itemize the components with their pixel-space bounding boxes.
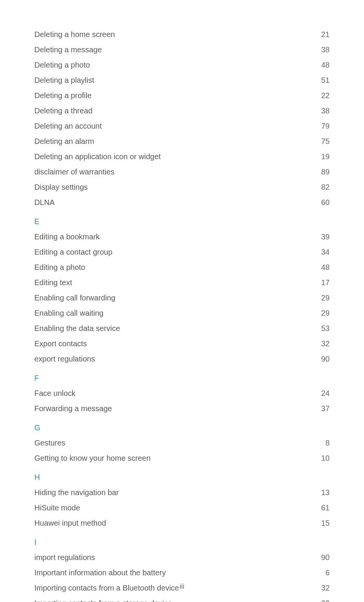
index-entry-label: Display settings [34,181,88,193]
index-entry-page: 8 [314,437,330,449]
index-content: Deleting a home screen21Deleting a messa… [34,29,330,602]
index-entry-page: 15 [314,517,330,529]
index-entry[interactable]: disclaimer of warranties89 [34,166,330,178]
index-entry[interactable]: Getting to know your home screen10 [34,452,330,464]
index-entry-page: 90 [314,353,330,365]
index-entry-label: Deleting a thread [34,105,92,116]
index-entry-label: Editing a contact group [34,246,113,258]
index-entry[interactable]: Editing a bookmark39 [34,231,330,242]
index-entry[interactable]: Forwarding a message37 [34,403,330,414]
index-entry[interactable]: Editing text17 [34,277,330,288]
section-letter: E [34,216,330,227]
index-entry-label: Export contacts [34,338,87,349]
index-entry[interactable]: Face unlock24 [34,387,330,399]
index-entry[interactable]: Deleting a message38 [34,44,330,55]
section-letter: F [34,372,330,384]
index-entry-page: 82 [314,181,330,193]
index-entry-label: Hiding the navigation bar [34,487,119,498]
index-entry[interactable]: Deleting a thread38 [34,105,330,116]
index-entry[interactable]: Display settings82 [34,181,330,193]
index-entry-page: 6 [314,567,330,578]
index-entry-page: 32 [314,597,330,602]
index-entry-page: 53 [314,323,330,334]
index-entry[interactable]: Editing a contact group34 [34,246,330,258]
index-entry[interactable]: Deleting a photo48 [34,59,330,71]
section-letter: H [34,471,330,483]
index-entry-label: Deleting a profile [34,90,92,101]
index-entry[interactable]: Export contacts32 [34,338,330,349]
index-entry-page: 22 [314,90,330,101]
index-entry[interactable]: Enabling the data service53 [34,323,330,334]
index-entry[interactable]: Importing contacts from a storage device… [34,597,330,602]
index-entry-page: 89 [314,166,330,178]
index-entry[interactable]: Editing a photo48 [34,261,330,273]
index-entry-page: 60 [314,197,330,208]
index-entry[interactable]: Enabling call forwarding29 [34,292,330,303]
page-number: iii [0,583,364,591]
index-entry-label: Editing a photo [34,261,85,273]
section-letter: I [34,536,330,548]
index-entry-label: Face unlock [34,387,76,399]
index-entry-page: 90 [314,552,330,563]
index-entry-page: 32 [314,338,330,349]
index-entry-page: 79 [314,120,330,132]
index-entry-label: Enabling call waiting [34,307,103,319]
index-entry-label: Huawei input method [34,517,106,529]
index-entry-page: 51 [314,74,330,86]
index-entry-label: Deleting an application icon or widget [34,151,161,162]
index-entry-page: 39 [314,231,330,242]
index-entry-page: 29 [314,292,330,303]
index-entry[interactable]: Huawei input method15 [34,517,330,529]
index-entry-page: 37 [314,403,330,414]
index-entry-label: Important information about the battery [34,567,166,578]
index-entry-label: export regulations [34,353,95,365]
index-entry-page: 61 [314,502,330,513]
index-entry[interactable]: Deleting a home screen21 [34,29,330,40]
index-entry-label: Deleting an account [34,120,102,132]
index-entry-label: Deleting a home screen [34,29,115,40]
index-entry[interactable]: HiSuite mode61 [34,502,330,513]
index-entry-page: 48 [314,261,330,273]
index-entry-label: Gestures [34,437,65,449]
index-entry-label: Editing text [34,277,72,288]
index-entry-page: 38 [314,105,330,116]
index-entry-label: Deleting an alarm [34,136,94,147]
index-entry-label: Forwarding a message [34,403,112,414]
index-entry-label: Enabling call forwarding [34,292,115,303]
section-letter: G [34,422,330,433]
index-entry-page: 10 [314,452,330,464]
index-entry-page: 29 [314,307,330,319]
index-entry-label: DLNA [34,197,55,208]
index-entry-page: 17 [314,277,330,288]
index-entry[interactable]: export regulations90 [34,353,330,365]
index-entry-page: 19 [314,151,330,162]
index-entry[interactable]: Hiding the navigation bar13 [34,487,330,498]
index-entry[interactable]: Deleting an account79 [34,120,330,132]
index-entry[interactable]: Gestures8 [34,437,330,449]
index-entry-label: HiSuite mode [34,502,80,513]
index-entry-label: Enabling the data service [34,323,120,334]
index-entry[interactable]: DLNA60 [34,197,330,208]
index-entry-page: 48 [314,59,330,71]
index-entry[interactable]: Deleting a playlist51 [34,74,330,86]
index-entry-label: import regulations [34,552,95,563]
index-entry-page: 75 [314,136,330,147]
index-entry-page: 13 [314,487,330,498]
index-entry-page: 21 [314,29,330,40]
index-entry-page: 38 [314,44,330,55]
index-entry[interactable]: Deleting a profile22 [34,90,330,101]
index-entry-page: 24 [314,387,330,399]
index-entry[interactable]: import regulations90 [34,552,330,563]
index-entry-label: Deleting a message [34,44,102,55]
index-entry-label: Getting to know your home screen [34,452,151,464]
index-entry[interactable]: Deleting an alarm75 [34,136,330,147]
index-entry[interactable]: Important information about the battery6 [34,567,330,578]
index-entry-label: Editing a bookmark [34,231,100,242]
index-entry[interactable]: Enabling call waiting29 [34,307,330,319]
index-entry-label: Deleting a playlist [34,74,94,86]
index-entry-label: disclaimer of warranties [34,166,114,178]
index-entry-page: 34 [314,246,330,258]
index-entry-label: Deleting a photo [34,59,90,71]
index-entry[interactable]: Deleting an application icon or widget19 [34,151,330,162]
index-entry-label: Importing contacts from a storage device [34,597,172,602]
